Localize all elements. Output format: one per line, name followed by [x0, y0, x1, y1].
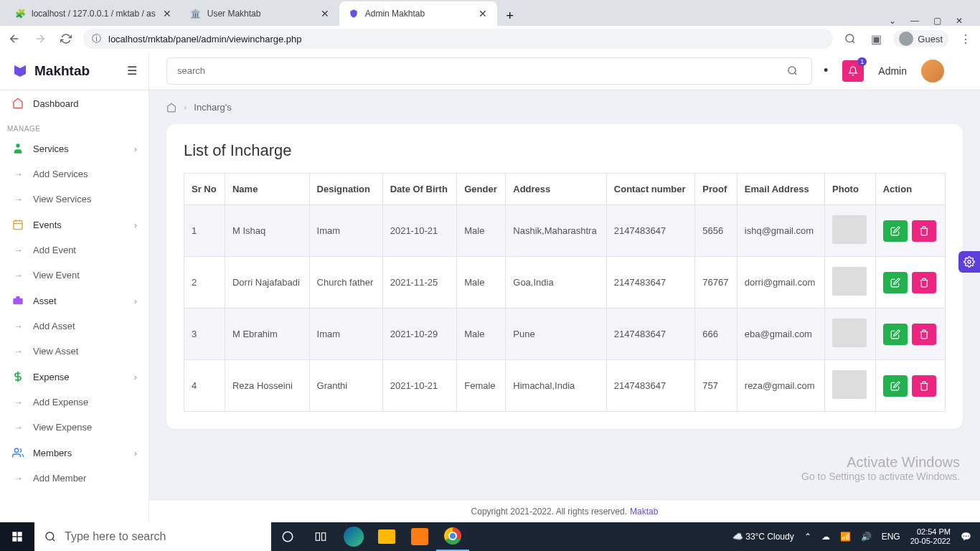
wifi-icon[interactable]: 📶: [840, 532, 851, 542]
chevron-right-icon: ›: [134, 372, 137, 382]
browser-chrome: 🧩 localhost / 127.0.0.1 / mktab / as ✕ 🏛…: [0, 0, 980, 52]
onedrive-icon[interactable]: ☁: [821, 532, 830, 542]
main-area: • 1 Admin › Incharg's List of Incharge: [149, 52, 980, 522]
sidebar-item-label: Dashboard: [33, 98, 79, 109]
brand-name: Makhtab: [34, 63, 90, 79]
sidebar-item-asset[interactable]: Asset›: [0, 288, 149, 314]
edit-button[interactable]: [883, 272, 908, 293]
footer-link[interactable]: Maktab: [630, 507, 658, 517]
explorer-icon[interactable]: [370, 522, 403, 551]
delete-button[interactable]: [912, 375, 936, 397]
edit-button[interactable]: [883, 324, 908, 345]
table-cell: Imam: [309, 205, 382, 257]
new-tab-button[interactable]: +: [500, 6, 520, 26]
maximize-icon[interactable]: ▢: [933, 16, 941, 26]
sidebar-header: Makhtab ☰: [0, 52, 149, 90]
avatar[interactable]: [921, 60, 944, 83]
close-window-icon[interactable]: ✕: [956, 16, 963, 26]
svg-rect-1: [14, 221, 22, 230]
language-indicator[interactable]: ENG: [882, 532, 900, 542]
zoom-icon[interactable]: [842, 30, 859, 47]
arrow-icon: →: [11, 194, 24, 204]
sidebar-item-services[interactable]: Services›: [0, 136, 149, 161]
settings-float-button[interactable]: [958, 251, 980, 273]
sidebar-item-label: Add Expense: [33, 397, 88, 408]
taskbar-search[interactable]: Type here to search: [34, 522, 271, 551]
browser-tab-3[interactable]: Admin Makhtab ✕: [339, 1, 497, 26]
sidebar-subitem[interactable]: →Add Member: [0, 466, 149, 491]
home-icon[interactable]: [166, 103, 176, 113]
sidebar-subitem[interactable]: →View Event: [0, 263, 149, 288]
browser-tab-1[interactable]: 🧩 localhost / 127.0.0.1 / mktab / as ✕: [6, 1, 182, 26]
browser-tab-2[interactable]: 🏛️ User Makhtab ✕: [182, 1, 339, 26]
delete-button[interactable]: [912, 272, 936, 293]
dot-menu-icon[interactable]: •: [824, 63, 828, 78]
close-icon[interactable]: ✕: [319, 8, 331, 19]
info-icon: ⓘ: [92, 32, 101, 45]
notification-badge: 1: [857, 57, 867, 66]
sidebar-item-members[interactable]: Members›: [0, 440, 149, 466]
action-center-icon[interactable]: 💬: [961, 532, 971, 542]
chevron-down-icon[interactable]: ⌄: [889, 16, 896, 26]
sidebar-item-label: Asset: [33, 296, 57, 306]
delete-button[interactable]: [912, 220, 936, 242]
back-button[interactable]: [6, 30, 23, 47]
chrome-icon[interactable]: [436, 522, 469, 551]
edge-icon[interactable]: [337, 522, 370, 551]
svg-point-3: [788, 67, 796, 74]
profile-chip[interactable]: Guest: [893, 30, 948, 47]
arrow-icon: →: [11, 473, 24, 484]
sidebar-subitem[interactable]: →Add Services: [0, 161, 149, 187]
sidebar-subitem[interactable]: →Add Event: [0, 237, 149, 263]
minimize-icon[interactable]: ―: [910, 16, 919, 26]
delete-button[interactable]: [912, 324, 936, 345]
xampp-icon[interactable]: [403, 522, 436, 551]
expense-icon: [11, 371, 24, 382]
search-button[interactable]: [773, 57, 812, 85]
forward-button[interactable]: [32, 30, 49, 47]
system-tray: ☁️ 33°C Cloudy ⌃ ☁ 📶 🔊 ENG 02:54 PM 20-0…: [732, 527, 980, 546]
table-header: Email Address: [737, 174, 824, 205]
edit-button[interactable]: [883, 220, 908, 242]
table-cell: 2147483647: [606, 309, 695, 360]
sidebar-subitem[interactable]: →View Services: [0, 187, 149, 212]
close-icon[interactable]: ✕: [161, 8, 173, 19]
chevron-right-icon: ›: [134, 296, 137, 306]
site-favicon-icon: 🏛️: [190, 8, 202, 19]
volume-icon[interactable]: 🔊: [861, 532, 872, 542]
search-input[interactable]: [166, 57, 773, 85]
photo-cell: [825, 360, 876, 412]
search-wrap: [166, 57, 812, 85]
browser-menu-icon[interactable]: ⋮: [957, 30, 974, 47]
menu-toggle-icon[interactable]: ☰: [127, 64, 137, 77]
photo-thumbnail: [832, 370, 867, 399]
sidebar-subitem[interactable]: →Add Expense: [0, 390, 149, 415]
sidebar-subitem[interactable]: →View Asset: [0, 339, 149, 364]
tray-expand-icon[interactable]: ⌃: [804, 532, 811, 542]
sidebar-item-events[interactable]: Events›: [0, 212, 149, 237]
sidepanel-icon[interactable]: ▣: [867, 30, 885, 47]
svg-rect-6: [18, 532, 22, 536]
task-view-icon[interactable]: [304, 522, 337, 551]
close-icon[interactable]: ✕: [477, 8, 489, 19]
start-button[interactable]: [0, 522, 34, 551]
reload-button[interactable]: [57, 30, 75, 47]
sidebar-item-dashboard[interactable]: Dashboard: [0, 90, 149, 116]
notifications-button[interactable]: 1: [842, 60, 864, 82]
table-cell: 2021-10-21: [382, 205, 457, 257]
sidebar-item-expense[interactable]: Expense›: [0, 364, 149, 390]
cortana-icon[interactable]: [271, 522, 304, 551]
weather-widget[interactable]: ☁️ 33°C Cloudy: [732, 532, 794, 542]
clock[interactable]: 02:54 PM 20-05-2022: [910, 527, 951, 546]
svg-point-9: [46, 532, 54, 540]
user-name-link[interactable]: Admin: [878, 65, 907, 77]
sidebar-subitem[interactable]: →Add Asset: [0, 314, 149, 339]
table-row: 3M EbrahimImam2021-10-29MalePune21474836…: [184, 309, 946, 360]
table-cell: 2147483647: [606, 360, 695, 412]
table-cell: Nashik,Maharashtra: [506, 205, 607, 257]
sidebar-subitem[interactable]: →View Expense: [0, 415, 149, 440]
url-input[interactable]: ⓘ localhost/mktab/panel/admin/viewinchar…: [83, 29, 833, 49]
edit-button[interactable]: [883, 375, 908, 397]
action-cell: [875, 205, 945, 257]
tab-title: User Makhtab: [207, 9, 261, 19]
